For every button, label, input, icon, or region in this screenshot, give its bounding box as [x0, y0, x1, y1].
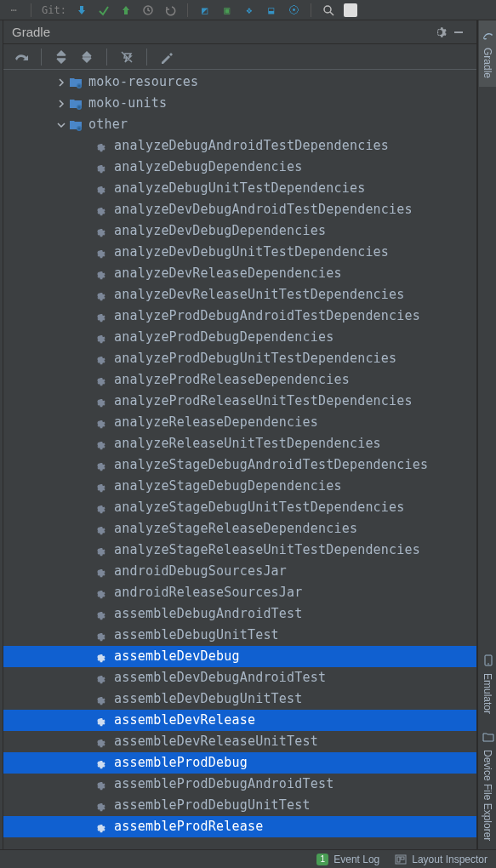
gradle-task[interactable]: assembleDevRelease — [3, 710, 476, 731]
panel-settings-icon[interactable] — [430, 23, 449, 42]
menu-more-icon: ⋯ — [7, 3, 20, 17]
gear-icon — [92, 628, 107, 643]
gradle-task[interactable]: assembleProdDebugUnitTest — [3, 795, 476, 816]
gear-icon — [92, 713, 107, 728]
gradle-task[interactable]: analyzeDebugAndroidTestDependencies — [3, 135, 476, 157]
ide-top-toolbar: ⋯ Git: ◩ ▣ ❖ ⬓ 🞊 — [0, 0, 496, 20]
gradle-task[interactable]: assembleDevDebugAndroidTest — [3, 667, 476, 688]
gradle-task[interactable]: analyzeProdReleaseDependencies — [3, 369, 476, 391]
gradle-task[interactable]: assembleDevReleaseUnitTest — [3, 731, 476, 752]
task-label: analyzeProdDebugUnitTestDependencies — [114, 348, 396, 369]
gear-icon — [92, 160, 107, 175]
vcs-update-icon[interactable] — [75, 3, 88, 17]
gradle-task[interactable]: assembleDevDebug — [3, 646, 476, 667]
task-label: analyzeReleaseUnitTestDependencies — [114, 433, 381, 454]
svg-rect-12 — [401, 857, 404, 859]
toolbar-icon-e[interactable]: 🞊 — [287, 3, 300, 17]
expand-all-icon[interactable] — [50, 46, 72, 68]
vcs-commit-icon[interactable] — [97, 3, 111, 17]
tab-emulator[interactable]: Emulator — [479, 646, 496, 722]
gradle-task-tree[interactable]: moko-resourcesmoko-unitsotheranalyzeDebu… — [3, 70, 476, 849]
gradle-task[interactable]: analyzeStageDebugAndroidTestDependencies — [3, 454, 476, 476]
module-folder-icon — [68, 117, 83, 133]
svg-rect-11 — [397, 857, 400, 862]
task-label: analyzeProdDebugAndroidTestDependencies — [114, 306, 420, 327]
task-label: analyzeDebugUnitTestDependencies — [114, 178, 365, 199]
gradle-task[interactable]: analyzeStageDebugDependencies — [3, 476, 476, 497]
gear-icon — [92, 543, 107, 558]
toolbar-icon-c[interactable]: ❖ — [242, 3, 256, 17]
module-folder-icon — [68, 96, 83, 111]
task-label: assembleProdDebug — [114, 752, 248, 774]
status-bar: 1 Event Log Layout Inspector — [0, 849, 496, 868]
gradle-task[interactable]: analyzeReleaseDependencies — [3, 412, 476, 433]
tree-folder[interactable]: moko-units — [3, 93, 476, 114]
gradle-build-settings-icon[interactable] — [156, 46, 178, 68]
gear-icon — [92, 203, 107, 218]
chevron-down-icon[interactable] — [54, 121, 68, 129]
tree-folder[interactable]: other — [3, 114, 476, 135]
gradle-task[interactable]: assembleDevDebugUnitTest — [3, 688, 476, 710]
task-label: assembleDevDebugAndroidTest — [114, 667, 326, 688]
tree-folder[interactable]: moko-resources — [3, 71, 476, 93]
tab-gradle[interactable]: Gradle — [479, 20, 496, 87]
gradle-refresh-icon[interactable] — [10, 46, 32, 68]
chevron-right-icon[interactable] — [54, 100, 68, 108]
gradle-task[interactable]: assembleProdDebugAndroidTest — [3, 774, 476, 795]
search-icon[interactable] — [322, 3, 335, 17]
vcs-rollback-icon[interactable] — [163, 3, 177, 17]
gradle-task[interactable]: analyzeProdDebugUnitTestDependencies — [3, 348, 476, 369]
gradle-task[interactable]: analyzeStageReleaseDependencies — [3, 518, 476, 540]
profile-icon[interactable] — [344, 3, 357, 17]
task-label: assembleDevRelease — [114, 710, 255, 731]
gradle-task[interactable]: analyzeProdReleaseUnitTestDependencies — [3, 391, 476, 412]
toolbar-icon-d[interactable]: ⬓ — [265, 3, 278, 17]
tab-device-file-explorer[interactable]: Device File Explorer — [479, 722, 496, 849]
gear-icon — [92, 798, 107, 814]
gradle-task[interactable]: assembleDebugAndroidTest — [3, 603, 476, 625]
svg-line-2 — [330, 12, 334, 15]
gradle-task[interactable]: analyzeDevReleaseUnitTestDependencies — [3, 284, 476, 306]
gradle-task[interactable]: analyzeDevDebugAndroidTestDependencies — [3, 199, 476, 220]
gradle-task[interactable]: androidReleaseSourcesJar — [3, 582, 476, 603]
gradle-task[interactable]: androidDebugSourcesJar — [3, 561, 476, 582]
task-label: analyzeStageDebugAndroidTestDependencies — [114, 454, 428, 476]
task-label: analyzeDevDebugAndroidTestDependencies — [114, 199, 413, 220]
vcs-push-icon[interactable] — [119, 3, 133, 17]
gradle-task[interactable]: analyzeDebugDependencies — [3, 157, 476, 178]
gradle-task[interactable]: analyzeStageDebugUnitTestDependencies — [3, 497, 476, 518]
gear-icon — [92, 564, 107, 580]
gear-icon — [92, 394, 107, 409]
panel-minimize-icon[interactable] — [449, 23, 468, 42]
collapse-all-icon[interactable] — [76, 46, 98, 68]
gradle-task[interactable]: analyzeReleaseUnitTestDependencies — [3, 433, 476, 454]
task-label: assembleDebugUnitTest — [114, 625, 279, 646]
layout-inspector-icon — [395, 854, 407, 865]
tab-gradle-label: Gradle — [482, 48, 493, 78]
gradle-task[interactable]: analyzeProdDebugDependencies — [3, 327, 476, 348]
gradle-task[interactable]: assembleProdRelease — [3, 816, 476, 837]
gradle-task[interactable]: analyzeStageReleaseUnitTestDependencies — [3, 540, 476, 561]
gear-icon — [92, 139, 107, 154]
toolbar-icon-a[interactable]: ◩ — [198, 3, 212, 17]
gradle-task[interactable]: assembleDebugUnitTest — [3, 625, 476, 646]
vcs-history-icon[interactable] — [141, 3, 155, 17]
gradle-task[interactable]: analyzeDevReleaseDependencies — [3, 263, 476, 284]
gradle-task[interactable]: analyzeProdDebugAndroidTestDependencies — [3, 306, 476, 327]
gradle-task[interactable]: analyzeDebugUnitTestDependencies — [3, 178, 476, 199]
gear-icon — [92, 181, 107, 197]
gradle-task[interactable]: analyzeDevDebugUnitTestDependencies — [3, 242, 476, 263]
toggle-offline-icon[interactable] — [116, 46, 138, 68]
gradle-task[interactable]: assembleProdDebug — [3, 752, 476, 774]
panel-title: Gradle — [12, 25, 50, 39]
gradle-task[interactable]: analyzeDevDebugDependencies — [3, 220, 476, 242]
chevron-right-icon[interactable] — [54, 78, 68, 87]
status-event-log[interactable]: 1 Event Log — [316, 854, 379, 865]
toolbar-icon-b[interactable]: ▣ — [220, 3, 234, 17]
status-layout-inspector[interactable]: Layout Inspector — [395, 854, 487, 865]
task-label: analyzeDebugDependencies — [114, 157, 303, 178]
tab-dfe-label: Device File Explorer — [482, 750, 493, 841]
module-folder-icon — [68, 75, 83, 90]
task-label: analyzeDevReleaseUnitTestDependencies — [114, 284, 405, 306]
right-tool-strip: Gradle Emulator Device File Explorer — [477, 20, 496, 849]
